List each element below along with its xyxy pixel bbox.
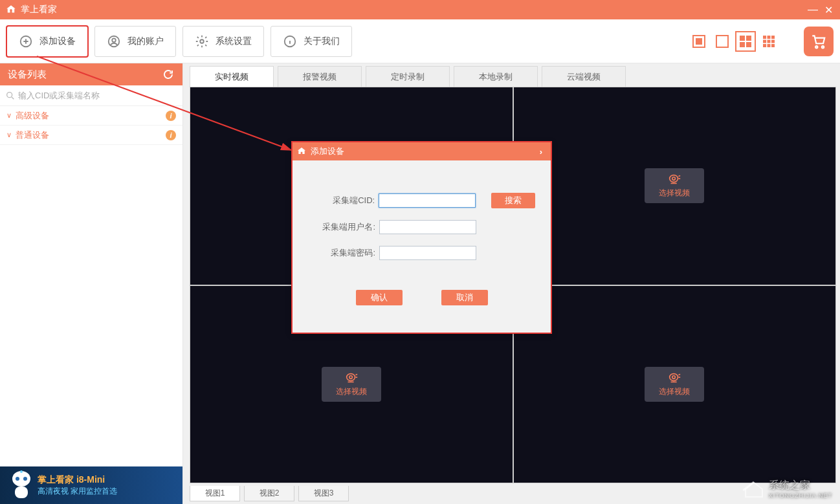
dialog-titlebar: 添加设备 › (293, 142, 551, 160)
robot-icon (5, 469, 38, 501)
select-video-button[interactable]: 选择视频 (322, 367, 381, 402)
sidebar-ad[interactable]: 掌上看家 i8-Mini 高清夜视 家用监控首选 (0, 466, 182, 504)
svg-rect-10 (746, 36, 751, 41)
video-tabs: 实时视频 报警视频 定时录制 本地录制 云端视频 (190, 66, 836, 87)
info-circle-icon (283, 34, 297, 49)
tab-scheduled-record[interactable]: 定时录制 (366, 66, 450, 87)
svg-point-34 (670, 373, 678, 380)
username-label: 采集端用户名: (308, 221, 379, 233)
svg-point-24 (7, 92, 12, 97)
select-video-button[interactable]: 选择视频 (645, 168, 704, 203)
layout-fullscreen-icon[interactable] (713, 32, 731, 50)
svg-point-23 (822, 46, 824, 48)
svg-point-31 (672, 177, 676, 181)
tab-live-video[interactable]: 实时视频 (190, 66, 274, 87)
svg-point-33 (349, 376, 353, 379)
svg-rect-20 (768, 44, 771, 47)
svg-rect-28 (15, 487, 28, 498)
cart-button[interactable] (804, 27, 834, 56)
svg-point-22 (815, 46, 817, 48)
svg-rect-14 (768, 36, 771, 39)
cid-label: 采集端CID: (308, 195, 379, 206)
device-sidebar: 设备列表 ∨ 高级设备 i ∨ 普通设备 i 掌上看家 (0, 63, 183, 504)
app-title: 掌上看家 (21, 4, 57, 16)
dialog-title: 添加设备 (311, 146, 344, 157)
my-account-button[interactable]: 我的账户 (94, 26, 176, 57)
svg-rect-13 (763, 36, 766, 39)
view-tabs: 视图1 视图2 视图3 (190, 483, 836, 501)
device-search-input[interactable] (18, 91, 177, 100)
svg-point-3 (112, 38, 116, 41)
minimize-button[interactable]: — (806, 3, 819, 16)
category-label: 高级设备 (16, 110, 49, 122)
svg-point-30 (670, 175, 678, 182)
dialog-close-icon[interactable]: › (535, 147, 547, 157)
password-label: 采集端密码: (308, 247, 379, 259)
svg-point-0 (10, 9, 12, 11)
chevron-down-icon: ∨ (6, 131, 12, 139)
tab-local-record[interactable]: 本地录制 (454, 66, 538, 87)
refresh-icon[interactable] (162, 68, 175, 81)
svg-rect-11 (740, 42, 745, 47)
svg-rect-7 (696, 38, 702, 45)
svg-rect-8 (716, 36, 728, 47)
title-bar: 掌上看家 — ✕ (0, 0, 840, 19)
user-circle-icon (107, 34, 121, 49)
layout-switcher (690, 32, 778, 50)
svg-rect-15 (771, 36, 775, 39)
select-video-button[interactable]: 选择视频 (645, 367, 704, 402)
svg-point-29 (20, 470, 23, 473)
video-cell-4[interactable]: 选择视频 (514, 286, 836, 483)
info-badge-icon[interactable]: i (166, 130, 176, 140)
about-us-button[interactable]: 关于我们 (271, 26, 352, 57)
password-input[interactable] (379, 246, 476, 260)
gear-icon (195, 34, 209, 49)
sidebar-header: 设备列表 (0, 63, 182, 85)
add-device-button[interactable]: 添加设备 (6, 26, 88, 57)
tab-alarm-video[interactable]: 报警视频 (278, 66, 362, 87)
sidebar-title: 设备列表 (8, 69, 47, 81)
confirm-button[interactable]: 确认 (356, 290, 403, 305)
close-window-button[interactable]: ✕ (822, 3, 835, 16)
svg-rect-9 (740, 36, 745, 41)
device-category-advanced[interactable]: ∨ 高级设备 i (0, 106, 182, 126)
app-logo-icon (5, 4, 17, 16)
view-tab-3[interactable]: 视图3 (298, 486, 349, 501)
cancel-button[interactable]: 取消 (441, 290, 488, 305)
category-label: 普通设备 (16, 129, 49, 141)
search-icon (5, 91, 16, 101)
sidebar-search (0, 85, 182, 106)
layout-3x3-icon[interactable] (760, 32, 778, 50)
add-device-label: 添加设备 (39, 36, 76, 47)
search-button[interactable]: 搜索 (491, 193, 535, 208)
chevron-down-icon: ∨ (6, 111, 12, 120)
system-settings-button[interactable]: 系统设置 (182, 26, 264, 57)
device-category-normal[interactable]: ∨ 普通设备 i (0, 126, 182, 145)
layout-single-icon[interactable] (690, 32, 708, 50)
svg-rect-18 (771, 39, 775, 43)
view-tab-1[interactable]: 视图1 (190, 486, 240, 501)
main-toolbar: 添加设备 我的账户 系统设置 关于我们 (0, 19, 840, 63)
about-us-label: 关于我们 (304, 36, 340, 47)
ad-line2: 高清夜视 家用监控首选 (38, 486, 117, 497)
svg-rect-19 (763, 44, 766, 47)
svg-point-27 (23, 477, 27, 481)
svg-rect-17 (768, 39, 771, 43)
svg-point-25 (12, 471, 30, 487)
video-cell-2[interactable]: 选择视频 (514, 87, 836, 285)
view-tab-2[interactable]: 视图2 (244, 486, 294, 501)
plus-circle-icon (19, 34, 33, 49)
info-badge-icon[interactable]: i (166, 111, 176, 121)
username-input[interactable] (379, 220, 476, 234)
svg-rect-21 (771, 44, 775, 47)
ad-line1: 掌上看家 i8-Mini (38, 474, 117, 486)
tab-cloud-video[interactable]: 云端视频 (542, 66, 626, 87)
home-icon (296, 146, 307, 157)
cid-input[interactable] (379, 193, 476, 208)
svg-rect-12 (746, 42, 751, 47)
svg-point-26 (16, 477, 19, 481)
layout-2x2-icon[interactable] (736, 32, 755, 50)
svg-point-35 (672, 376, 676, 379)
svg-point-4 (200, 39, 204, 43)
add-device-dialog: 添加设备 › 采集端CID: 搜索 采集端用户名: 采集端密码: 确认 取消 (291, 141, 552, 334)
